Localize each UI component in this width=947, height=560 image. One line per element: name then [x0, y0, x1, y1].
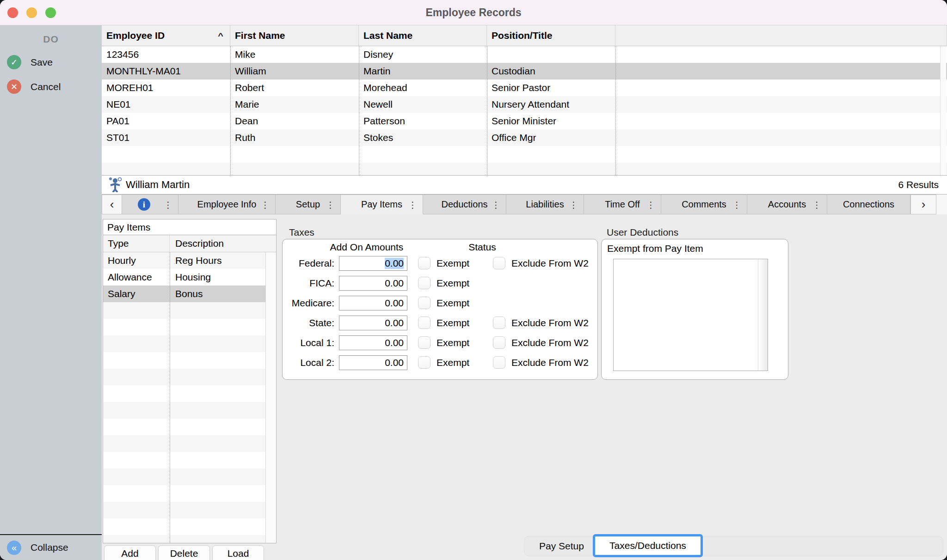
tab[interactable]: Setup ⋮ — [276, 195, 341, 214]
tab-menu-dots-icon[interactable]: ⋮ — [569, 199, 578, 210]
tab-label: Employee Info — [197, 199, 257, 210]
sidebar-footer: « Collapse — [0, 534, 102, 560]
exempt-checkbox[interactable] — [418, 336, 430, 349]
add-on-amount-input[interactable]: 0.00 — [339, 355, 407, 370]
employee-table-scrollbar[interactable] — [940, 46, 946, 175]
tab-menu-dots-icon[interactable]: ⋮ — [408, 199, 417, 210]
tab-menu-dots-icon[interactable]: ⋮ — [326, 199, 335, 210]
employee-row[interactable]: ST01 Ruth Stokes Office Mgr — [102, 129, 947, 146]
tab-label: Accounts — [768, 199, 806, 210]
employee-row[interactable]: MONTHLY-MA01 William Martin Custodian — [102, 63, 947, 79]
tab-menu-dots-icon[interactable]: ⋮ — [164, 199, 172, 210]
tab-menu-dots-icon[interactable]: ⋮ — [732, 199, 741, 210]
cell-last-name: Disney — [359, 46, 487, 63]
exempt-label: Exempt — [437, 258, 481, 269]
app-window: Employee Records DO ✓ Save ✕ Cancel « Co… — [0, 0, 947, 560]
add-on-amount-input[interactable]: 0.00 — [339, 316, 407, 330]
tab-menu-dots-icon[interactable]: ⋮ — [261, 199, 270, 210]
exclude-from-w2-label: Exclude From W2 — [511, 317, 589, 329]
tab-label: Liabilities — [526, 199, 564, 210]
pay-item-row[interactable]: Allowance Housing — [103, 269, 266, 286]
exclude-from-w2-label: Exclude From W2 — [511, 337, 589, 348]
pay-item-row[interactable]: Hourly Reg Hours — [103, 252, 266, 269]
exclude-from-w2-checkbox[interactable] — [493, 317, 505, 329]
cell-first-name: Mike — [230, 46, 359, 63]
exempt-from-pay-item-list[interactable] — [613, 259, 768, 371]
exempt-checkbox[interactable] — [418, 356, 430, 369]
cell-description: Bonus — [170, 286, 266, 302]
cell-last-name: Newell — [359, 96, 487, 113]
cancel-label: Cancel — [31, 81, 61, 92]
tab-label: Deductions — [441, 199, 487, 210]
pay-items-panel-title: Pay Items — [103, 219, 276, 235]
add-on-amount-input[interactable]: 0.00 — [339, 335, 407, 350]
column-header-first-name[interactable]: First Name — [230, 25, 359, 46]
add-on-amounts-header: Add On Amounts — [316, 242, 418, 253]
tax-name-label: Local 1: — [283, 337, 334, 348]
tax-name-label: Federal: — [283, 258, 334, 269]
exempt-checkbox[interactable] — [418, 277, 430, 289]
tab[interactable]: Deductions ⋮ — [423, 195, 506, 214]
amount-value: 0.00 — [385, 298, 404, 309]
collapse-button[interactable]: « Collapse — [7, 541, 68, 555]
tab[interactable]: Comments ⋮ — [661, 195, 747, 214]
add-on-amount-input[interactable]: 0.00 — [339, 296, 407, 310]
list-scrollbar[interactable] — [758, 259, 768, 371]
cell-employee-id: 123456 — [102, 46, 230, 63]
pay-item-action-button[interactable]: Add — [104, 545, 156, 560]
sidebar-header: DO — [0, 34, 102, 45]
tabs-scroll-left-button[interactable]: ‹ — [102, 195, 122, 214]
tab[interactable]: Connections — [827, 195, 910, 214]
info-icon: i — [138, 198, 150, 211]
tab-menu-dots-icon[interactable]: ⋮ — [492, 199, 500, 210]
cell-position-title — [487, 46, 615, 63]
tab-label: Connections — [843, 199, 894, 210]
save-button[interactable]: ✓ Save — [7, 55, 102, 69]
column-header-description[interactable]: Description — [170, 235, 276, 252]
employee-row[interactable]: NE01 Marie Newell Nursery Attendant — [102, 96, 947, 113]
employee-row[interactable]: PA01 Dean Patterson Senior Minister — [102, 113, 947, 129]
pay-item-action-button[interactable]: Delete — [158, 545, 210, 560]
pay-item-action-button[interactable]: Load — [212, 545, 264, 560]
exempt-label: Exempt — [437, 298, 481, 309]
tab-menu-dots-icon[interactable]: ⋮ — [646, 199, 655, 210]
amount-value: 0.00 — [385, 258, 404, 269]
tab[interactable]: Accounts ⋮ — [747, 195, 827, 214]
pay-items-scrollbar[interactable] — [265, 252, 276, 543]
column-header-type[interactable]: Type — [103, 235, 170, 252]
column-header-position-title[interactable]: Position/Title — [487, 25, 615, 46]
tab-menu-dots-icon[interactable]: ⋮ — [812, 199, 821, 210]
cell-first-name: Robert — [230, 79, 359, 96]
tab[interactable]: Pay Items ⋮ — [341, 195, 423, 214]
employee-row[interactable]: 123456 Mike Disney — [102, 46, 947, 63]
pay-setup-button[interactable]: Pay Setup — [539, 541, 584, 552]
add-on-amount-input[interactable]: 0.00 — [339, 276, 407, 291]
exclude-from-w2-checkbox[interactable] — [493, 356, 505, 369]
exclude-from-w2-checkbox[interactable] — [493, 336, 505, 349]
pay-item-row[interactable]: Salary Bonus — [103, 286, 266, 302]
tab[interactable]: Employee Info ⋮ — [178, 195, 276, 214]
column-header-employee-id[interactable]: Employee ID ^ — [102, 25, 230, 46]
column-header-last-name[interactable]: Last Name — [359, 25, 487, 46]
tax-row: Medicare: 0.00 Exempt — [283, 293, 597, 313]
save-label: Save — [31, 57, 53, 68]
taxes-deductions-button[interactable]: Taxes/Deductions — [593, 534, 703, 557]
title-bar: Employee Records — [0, 0, 947, 25]
tabs-scroll-right-button[interactable]: › — [910, 195, 936, 214]
tab[interactable]: Liabilities ⋮ — [506, 195, 584, 214]
cell-last-name: Morehead — [359, 79, 487, 96]
exclude-from-w2-checkbox[interactable] — [493, 257, 505, 269]
tab[interactable]: Time Off ⋮ — [584, 195, 661, 214]
pay-subtab-bar: Pay Setup — [524, 536, 943, 556]
cancel-button[interactable]: ✕ Cancel — [7, 79, 102, 94]
cell-employee-id: MOREH01 — [102, 79, 230, 96]
amount-value: 0.00 — [385, 317, 404, 329]
employee-row[interactable]: MOREH01 Robert Morehead Senior Pastor — [102, 79, 947, 96]
exempt-checkbox[interactable] — [418, 297, 430, 309]
tab-info[interactable]: i ⋮ — [122, 195, 178, 214]
exempt-checkbox[interactable] — [418, 257, 430, 269]
collapse-chevrons-icon: « — [7, 541, 21, 555]
exempt-checkbox[interactable] — [418, 317, 430, 329]
tab-list: Employee Info ⋮ Setup ⋮ Pay Items ⋮ Dedu… — [178, 195, 910, 214]
add-on-amount-input[interactable]: 0.00 — [339, 256, 407, 271]
